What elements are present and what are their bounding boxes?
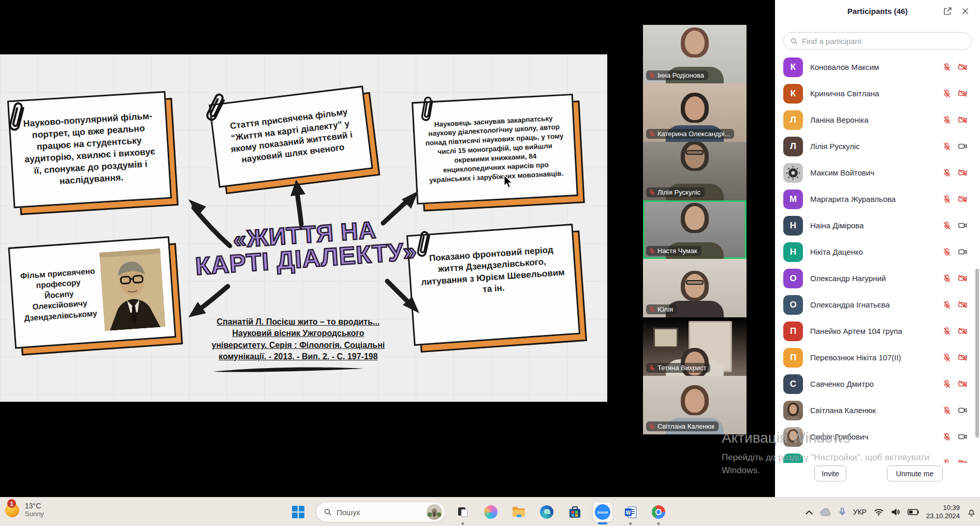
participant-row[interactable]: ККринична Світлана [775, 80, 980, 107]
chrome-button[interactable] [648, 502, 669, 522]
microsoft-store-button[interactable] [564, 502, 585, 522]
popout-panel-icon[interactable] [942, 5, 953, 17]
taskbar-clock[interactable]: 10:39 23.10.2024 [926, 504, 960, 521]
mic-muted-icon [649, 72, 655, 79]
participant-video-name: Настя Чумак [657, 247, 697, 255]
participant-row[interactable]: ЛЛаніна Вероніка [775, 107, 980, 133]
word-button[interactable]: W [620, 502, 641, 522]
camera-icon [958, 405, 968, 415]
participant-avatar: Л [783, 137, 803, 156]
microphone-tray-icon[interactable] [839, 507, 846, 517]
participant-status-icons [942, 458, 968, 463]
zoom-app-button[interactable]: zoom [592, 502, 613, 522]
participant-status-icons [942, 115, 968, 125]
edge-browser-button[interactable] [536, 502, 557, 522]
citation-line: Науковий вісник Ужгородського [206, 328, 390, 339]
participant-row[interactable]: ККоновалов Максим [775, 54, 980, 80]
participant-status-icons [942, 353, 968, 362]
participant-row[interactable]: Максим Войтович [775, 159, 980, 186]
mic-muted-icon [942, 142, 952, 151]
camera-off-icon [958, 326, 968, 336]
arrow-to-bottom-left-icon [184, 282, 232, 322]
video-thumbnail[interactable]: Тетяна Вихрист [643, 317, 747, 376]
speaker-icon[interactable] [891, 508, 900, 516]
participant-status-icons [942, 432, 968, 442]
mic-muted-icon [942, 379, 952, 389]
close-panel-icon[interactable] [959, 5, 971, 17]
mic-muted-icon [942, 221, 952, 230]
search-highlight-image[interactable] [427, 504, 442, 520]
taskbar-search-box[interactable]: Пошук [316, 502, 445, 522]
video-thumbnail[interactable]: Світлана Каленюк [643, 376, 747, 434]
unmute-me-button[interactable]: Unmute me [887, 465, 943, 481]
copilot-icon [484, 505, 498, 519]
video-thumbnail[interactable]: Інна Родіонова [643, 25, 747, 83]
video-thumbnail[interactable]: Катерина Олександрі... [643, 83, 747, 142]
participant-row[interactable]: ССавченко Дмитро [775, 371, 980, 397]
video-thumbnail[interactable]: Юлія [643, 259, 747, 317]
microsoft-store-icon [568, 506, 581, 519]
arrow-to-bottom-right-icon [383, 277, 423, 317]
participant-row[interactable]: ППеревознюк Нікіта 107(II) [775, 344, 980, 371]
participant-avatar: Н [783, 216, 803, 236]
battery-icon[interactable] [908, 509, 919, 515]
participant-name: Нікіта Даценко [810, 247, 942, 256]
participant-row[interactable]: ЛЛілія Рускуліс [775, 133, 980, 159]
participant-row[interactable]: ППанейко Артем 104 група [775, 318, 980, 344]
participant-row[interactable]: ММаргарита Журавльова [775, 186, 980, 212]
tray-date: 23.10.2024 [926, 512, 960, 520]
file-explorer-button[interactable] [508, 502, 529, 522]
notifications-bell-icon[interactable] [967, 507, 976, 517]
mic-muted-icon [942, 89, 952, 98]
participant-video-name: Інна Родіонова [657, 71, 704, 79]
mic-muted-icon [942, 63, 952, 72]
tray-show-hidden-icons-chevron[interactable] [806, 510, 813, 515]
participant-row[interactable]: ННікіта Даценко [775, 239, 980, 265]
participant-list: ККоновалов Максим ККринична Світлана ЛЛа… [775, 54, 980, 463]
participants-title: Participants (46) [847, 7, 908, 16]
participant-avatar-photo [783, 427, 803, 447]
participant-name: Софія Грибович [810, 432, 942, 441]
participant-name: Світлана Каленюк [810, 406, 942, 415]
camera-icon [958, 432, 968, 442]
participant-row[interactable]: Софія Грибович [775, 423, 980, 450]
participant-row[interactable] [775, 450, 980, 463]
search-icon [790, 37, 798, 45]
participant-avatar [783, 163, 803, 183]
weather-description: Sunny [25, 510, 44, 518]
wifi-icon[interactable] [874, 508, 884, 516]
participant-row[interactable]: ООлександр Нагурний [775, 265, 980, 291]
participant-avatar: О [783, 269, 803, 288]
svg-text:W: W [625, 509, 631, 515]
mic-muted-icon [942, 247, 952, 257]
camera-icon [958, 141, 968, 151]
note-card-bottom-left: Фільм присвячено професору Йосипу Олексі… [8, 236, 177, 348]
participant-avatar: К [783, 84, 803, 104]
mic-muted-icon [649, 130, 655, 137]
participant-avatar: Л [783, 110, 803, 130]
video-thumbnail[interactable]: Настя Чумак [643, 200, 747, 259]
participant-row[interactable]: Світлана Каленюк [775, 397, 980, 423]
video-name-label: Лілія Рускуліс [646, 187, 705, 197]
language-indicator[interactable]: УКР [853, 508, 867, 516]
start-button[interactable] [288, 502, 309, 522]
participant-row[interactable]: ННаіна Дімірова [775, 212, 980, 239]
participant-status-icons [942, 273, 968, 283]
note-card-top-left: Науково-популярний фільм-портрет, що вже… [7, 91, 172, 208]
copilot-button[interactable] [480, 502, 501, 522]
chrome-icon [652, 505, 665, 519]
participant-avatar: М [783, 189, 803, 209]
arrow-up-icon [284, 178, 313, 227]
onedrive-icon[interactable] [820, 508, 831, 516]
mic-muted-icon [942, 115, 952, 125]
participant-row[interactable]: ООлександра Ігнатьєва [775, 291, 980, 318]
invite-button[interactable]: Invite [814, 465, 846, 481]
participant-avatar: П [783, 348, 803, 368]
mic-muted-icon [942, 406, 952, 415]
taskbar-weather-widget[interactable]: 1 13°C Sunny [4, 501, 44, 518]
note-card-text: Науково-популярний фільм-портрет, що вже… [18, 110, 161, 190]
task-view-button[interactable] [452, 502, 473, 522]
scrollbar-thumb[interactable] [975, 269, 979, 437]
find-participant-input[interactable]: Find a participant [783, 32, 972, 50]
video-thumbnail[interactable]: Лілія Рускуліс [643, 142, 747, 200]
